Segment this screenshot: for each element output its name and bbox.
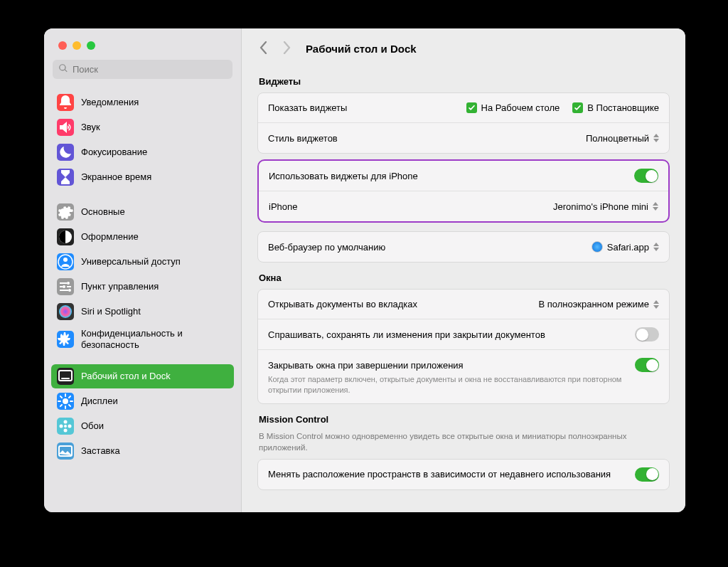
sidebar-item-label: Фокусирование [81, 147, 147, 158]
svg-point-8 [64, 420, 68, 424]
sidebar-item-label: Обои [81, 420, 104, 432]
sidebar-item-label: Заставка [81, 445, 120, 457]
search-input[interactable] [73, 64, 227, 75]
sidebar-item-12[interactable]: Обои [51, 414, 234, 438]
updown-icon [653, 300, 659, 309]
row-default-browser: Веб-браузер по умолчанию Safari.app [258, 232, 669, 262]
section-title-mission-control: Mission Control [259, 414, 668, 425]
sidebar-item-label: Экранное время [81, 171, 151, 183]
sidebar-item-5[interactable]: Оформление [51, 225, 234, 249]
updown-icon [653, 202, 658, 211]
sidebar-item-4[interactable]: Основные [51, 200, 234, 224]
sidebar-item-11[interactable]: Дисплеи [51, 389, 234, 413]
sidebar-item-8[interactable]: Siri и Spotlight [51, 300, 234, 324]
dock-icon [57, 368, 74, 385]
toggle-rearrange-spaces[interactable] [635, 467, 659, 482]
fullscreen-window-button[interactable] [87, 41, 95, 50]
open-tabs-select[interactable]: В полноэкранном режиме [538, 299, 659, 309]
mission-control-group: Менять расположение пространств в зависи… [257, 459, 670, 490]
browser-group: Веб-браузер по умолчанию Safari.app [257, 231, 670, 263]
sidebar-item-6[interactable]: Универсальный доступ [51, 250, 234, 274]
svg-point-10 [60, 425, 63, 428]
section-title-windows: Окна [259, 272, 668, 283]
sidebar-item-label: Оформление [81, 231, 139, 243]
sidebar-item-label: Siri и Spotlight [81, 306, 141, 317]
gear-icon [57, 203, 74, 221]
widget-style-select[interactable]: Полноцветный [586, 133, 659, 144]
row-label: Веб-браузер по умолчанию [268, 242, 592, 253]
sidebar-item-13[interactable]: Заставка [51, 439, 234, 463]
row-label: Менять расположение пространств в зависи… [268, 469, 635, 479]
sidebar-item-0[interactable]: Уведомления [51, 90, 234, 115]
svg-point-7 [64, 425, 67, 428]
sidebar-item-label: Уведомления [81, 97, 139, 108]
row-widget-style: Стиль виджетов Полноцветный [258, 123, 669, 153]
default-browser-select[interactable]: Safari.app [592, 241, 659, 253]
toggle-close-windows[interactable] [635, 358, 659, 372]
back-button[interactable] [257, 40, 270, 58]
hand-icon [57, 331, 74, 348]
section-description: В Mission Control можно одновременно уви… [259, 430, 668, 453]
row-label: Использовать виджеты для iPhone [269, 171, 634, 181]
search-icon [58, 63, 68, 75]
row-label: Открывать документы во вкладках [268, 299, 538, 309]
sidebar-item-10[interactable]: Рабочий стол и Dock [51, 364, 234, 388]
row-iphone-device: iPhone Jeronimo's iPhone mini [259, 191, 668, 221]
toggle-ask-save[interactable] [635, 327, 659, 341]
sun-icon [57, 393, 74, 410]
row-label: iPhone [269, 201, 549, 212]
toggle-iphone-widgets[interactable] [634, 169, 658, 183]
sidebar-nav: УведомленияЗвукФокусированиеЭкранное вре… [44, 86, 241, 512]
content-pane: Рабочий стол и Dock Виджеты Показать вид… [242, 28, 685, 512]
select-value: В полноэкранном режиме [538, 299, 649, 309]
close-window-button[interactable] [58, 41, 67, 50]
updown-icon [653, 134, 659, 142]
header: Рабочий стол и Dock [242, 28, 685, 66]
siri-icon [57, 303, 74, 320]
minimize-window-button[interactable] [73, 41, 81, 50]
sidebar-item-label: Рабочий стол и Dock [81, 371, 171, 382]
sidebar-item-1[interactable]: Звук [51, 115, 234, 139]
sidebar-item-label: Пункт управления [81, 281, 159, 292]
row-show-widgets: Показать виджеты На Рабочем столе [258, 93, 669, 123]
svg-rect-5 [61, 378, 70, 379]
widgets-iphone-group: Использовать виджеты для iPhone iPhone J… [257, 159, 670, 223]
sidebar-item-3[interactable]: Экранное время [51, 165, 234, 189]
iphone-device-select[interactable]: Jeronimo's iPhone mini [549, 201, 658, 212]
checkbox-stage-manager[interactable]: В Постановщике [572, 102, 659, 113]
sidebar-item-2[interactable]: Фокусирование [51, 140, 234, 164]
photo-icon [57, 443, 74, 460]
safari-icon [592, 241, 603, 253]
hourglass-icon [57, 169, 74, 186]
svg-point-2 [63, 258, 68, 262]
row-use-iphone-widgets: Использовать виджеты для iPhone [259, 161, 668, 191]
windows-group: Открывать документы во вкладках В полноэ… [257, 289, 670, 404]
bell-icon [57, 94, 74, 111]
section-title-widgets: Виджеты [259, 76, 668, 87]
sidebar-item-label: Основные [81, 206, 125, 218]
updown-icon [653, 243, 659, 251]
sidebar-item-9[interactable]: Конфиденциальность и безопасность [51, 324, 234, 354]
sliders-icon [57, 278, 74, 295]
sidebar-item-label: Универсальный доступ [81, 256, 181, 267]
moon-icon [57, 144, 74, 161]
page-title: Рабочий стол и Dock [306, 43, 417, 55]
content-scroll[interactable]: Виджеты Показать виджеты На Рабочем стол… [242, 66, 685, 512]
forward-button[interactable] [280, 40, 293, 58]
search-field[interactable] [53, 60, 232, 79]
person-icon [57, 253, 74, 270]
sound-icon [57, 119, 74, 136]
row-label: Показать виджеты [268, 102, 466, 113]
sidebar: УведомленияЗвукФокусированиеЭкранное вре… [44, 28, 242, 512]
checkbox-icon [466, 102, 477, 113]
checkbox-desktop[interactable]: На Рабочем столе [466, 102, 560, 113]
sidebar-item-7[interactable]: Пункт управления [51, 275, 234, 299]
svg-point-11 [68, 425, 72, 428]
checkbox-label: На Рабочем столе [481, 102, 560, 113]
settings-window: УведомленияЗвукФокусированиеЭкранное вре… [44, 28, 685, 512]
row-ask-save: Спрашивать, сохранять ли изменения при з… [258, 319, 669, 350]
row-rearrange-spaces: Менять расположение пространств в зависи… [258, 460, 669, 489]
svg-point-9 [64, 429, 68, 433]
sidebar-item-label: Дисплеи [81, 396, 118, 407]
sidebar-item-label: Звук [81, 122, 100, 133]
